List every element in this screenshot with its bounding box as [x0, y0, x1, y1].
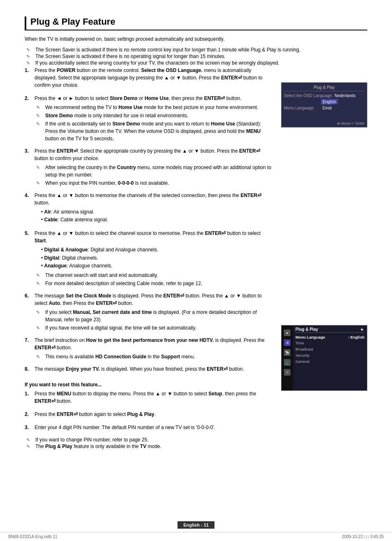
page-footer: English - 11	[0, 521, 392, 529]
step-6-num: 6.	[25, 292, 35, 300]
step-3-note-text-1: After selecting the country in the Count…	[45, 164, 273, 179]
tv-main-panel: Plug & Play ► Menu Language : English Ti…	[293, 325, 367, 390]
step-3-num: 3.	[25, 147, 35, 155]
step-4-bullets: Air: Air antenna signal. Cable: Cable an…	[41, 208, 273, 224]
pencil-icon-s2-2: ✎	[36, 112, 44, 119]
tv-row-2: English	[284, 99, 364, 104]
tv-menu-security: Security	[295, 352, 364, 358]
tv-row-1: Select the OSD Language. Nederlands	[284, 93, 364, 98]
reset-step-2-content: Press the ENTER⏎ button again to select …	[35, 411, 273, 420]
pencil-icon-s3-2: ✎	[36, 180, 44, 187]
step-2-note-text-1: We recommend setting the TV to Home Use …	[45, 104, 258, 111]
step-2-note-2: ✎ Store Demo mode is only intended for u…	[36, 112, 273, 119]
pencil-icon-s2-3: ✎	[36, 121, 44, 128]
tv-icon-5: ?	[284, 369, 291, 376]
reset-step-2-text: Press the ENTER⏎ button again to select …	[35, 411, 273, 418]
step-6-note-text-2: If you have received a digital signal, t…	[45, 324, 196, 332]
tv-sidebar: ● ⚙ 📡 📺 ?	[281, 325, 293, 390]
bullet-digital-analogue: Digital & Analogue: Digital and Analogue…	[41, 246, 273, 254]
tv-icon-2: ⚙	[284, 339, 291, 346]
bullet-cable: Cable: Cable antenna signal.	[41, 216, 273, 224]
tv-menu-general: General	[295, 358, 364, 365]
note-item-3: ✎ If you accidentally select the wrong c…	[26, 60, 367, 66]
tv-value-2: English	[321, 99, 338, 104]
reset-step-1-text: Press the MENU button to display the men…	[35, 390, 273, 405]
step-6-note-1: ✎ If you select Manual, Set current date…	[36, 309, 273, 323]
step-5-note-text-2: For more detailed description of selecti…	[45, 280, 202, 287]
step-1-content: Press the POWER button on the remote con…	[35, 67, 273, 91]
step-8-num: 8.	[25, 365, 35, 373]
reset-section-title: If you want to reset this feature...	[25, 382, 273, 388]
reset-note-text-1: If you want to change PIN number, refer …	[35, 437, 149, 443]
pencil-icon-s6-1: ✎	[36, 309, 44, 316]
step-5-notes: ✎ The channel search will start and end …	[35, 272, 273, 287]
reset-step-3: 3. Enter your 4 digit PIN number. The de…	[25, 424, 273, 433]
reset-step-1-content: Press the MENU button to display the men…	[35, 390, 273, 406]
step-5-text: Press the ▲ or ▼ button to select the ch…	[35, 230, 273, 244]
note-item-2: ✎ The Screen Saver is activated if there…	[26, 53, 367, 59]
bottom-left: BN68-02331A-Eng.indb 11	[8, 534, 58, 539]
step-5-bullets: Digital & Analogue: Digital and Analogue…	[41, 246, 273, 270]
step-4-content: Press the ▲ or ▼ button to memorise the …	[35, 192, 273, 225]
page: Plug & Play Feature When the TV is initi…	[0, 0, 392, 541]
intro-text: When the TV is initially powered on, bas…	[25, 35, 367, 43]
step-3-note-2: ✎ When you input the PIN number, 0-0-0-0…	[36, 179, 273, 187]
steps-list: 1. Press the POWER button on the remote …	[25, 67, 273, 374]
step-3-note-text-2: When you input the PIN number, 0-0-0-0 i…	[45, 179, 169, 187]
step-7-num: 7.	[25, 337, 35, 344]
pencil-icon-s6-2: ✎	[36, 325, 44, 332]
step-5-note-1: ✎ The channel search will start and end …	[36, 272, 273, 279]
reset-step-2-num: 2.	[25, 411, 35, 418]
step-6: 6. The message Set the Clock Mode is dis…	[25, 292, 273, 332]
note-item-1: ✎ The Screen Saver is activated if there…	[26, 47, 367, 53]
pencil-icon-r1: ✎	[26, 437, 34, 443]
step-7-notes: ✎ This menu is available HD Connection G…	[35, 353, 273, 360]
step-6-note-text-1: If you select Manual, Set current date a…	[45, 309, 273, 323]
tv-value-3: Eesti	[321, 105, 333, 111]
step-4-text: Press the ▲ or ▼ button to memorise the …	[35, 192, 273, 207]
pencil-icon-r2: ✎	[26, 444, 34, 449]
reset-step-3-num: 3.	[25, 424, 35, 431]
note-text-3: If you accidentally select the wrong cou…	[35, 60, 279, 66]
tv-screenshot-2: ● ⚙ 📡 📺 ? Plug & Play ► Menu Language : …	[281, 325, 367, 391]
reset-step-3-text: Enter your 4 digit PIN number. The defau…	[35, 424, 273, 431]
note-text-1: The Screen Saver is activated if there i…	[35, 47, 300, 53]
step-5-note-text-1: The channel search will start and end au…	[45, 272, 158, 279]
step-1-text: Press the POWER button on the remote con…	[35, 67, 273, 89]
step-6-text: The message Set the Clock Mode is displa…	[35, 292, 273, 307]
step-2-num: 2.	[25, 95, 35, 102]
step-8: 8. The message Enjoy your TV. is display…	[25, 365, 273, 374]
bullet-air: Air: Air antenna signal.	[41, 208, 273, 216]
step-3-text: Press the ENTER⏎. Select the appropriate…	[35, 147, 273, 162]
reset-step-2: 2. Press the ENTER⏎ button again to sele…	[25, 411, 273, 420]
tv-screenshot-1: Plug & Play Select the OSD Language. Ned…	[281, 82, 367, 128]
reset-section: If you want to reset this feature... 1. …	[25, 382, 273, 449]
pencil-icon-s2-1: ✎	[36, 104, 44, 111]
step-7-note-text-1: This menu is available HD Connection Gui…	[45, 353, 195, 360]
tv-footer-1: ⊕ Move ↵ Enter	[337, 121, 364, 125]
step-3-notes: ✎ After selecting the country in the Cou…	[35, 164, 273, 187]
step-2-content: Press the ◄ or ► button to select Store …	[35, 95, 273, 143]
tv-icon-3: 📡	[284, 349, 291, 356]
tv-menu-broadcast: Broadcast	[295, 346, 364, 352]
tv-menu-time: Time	[295, 340, 364, 346]
bullet-analogue: Analogue: Analogue channels.	[41, 262, 273, 270]
pencil-icon-s5-1: ✎	[36, 272, 44, 279]
pencil-icon-s3-1: ✎	[36, 164, 44, 171]
reset-step-1-num: 1.	[25, 390, 35, 397]
step-8-text: The message Enjoy your TV. is displayed.…	[35, 365, 273, 373]
step-2-note-text-2: Store Demo mode is only intended for use…	[45, 112, 188, 119]
step-2-note-1: ✎ We recommend setting the TV to Home Us…	[36, 104, 273, 111]
intro-notes: ✎ The Screen Saver is activated if there…	[25, 47, 367, 66]
step-3-note-1: ✎ After selecting the country in the Cou…	[36, 164, 273, 179]
reset-notes: ✎ If you want to change PIN number, refe…	[25, 437, 273, 449]
step-7-note-1: ✎ This menu is available HD Connection G…	[36, 353, 273, 360]
step-8-content: The message Enjoy your TV. is displayed.…	[35, 365, 273, 374]
pencil-icon-2: ✎	[26, 54, 34, 59]
reset-note-text-2: The Plug & Play feature is only availabl…	[35, 443, 161, 449]
tv-title-1: Plug & Play	[284, 85, 364, 91]
tv-main-title: Plug & Play ►	[295, 327, 364, 333]
step-3-content: Press the ENTER⏎. Select the appropriate…	[35, 147, 273, 188]
tv-menu-language-row: Menu Language : English	[295, 334, 364, 340]
step-2: 2. Press the ◄ or ► button to select Sto…	[25, 95, 273, 143]
